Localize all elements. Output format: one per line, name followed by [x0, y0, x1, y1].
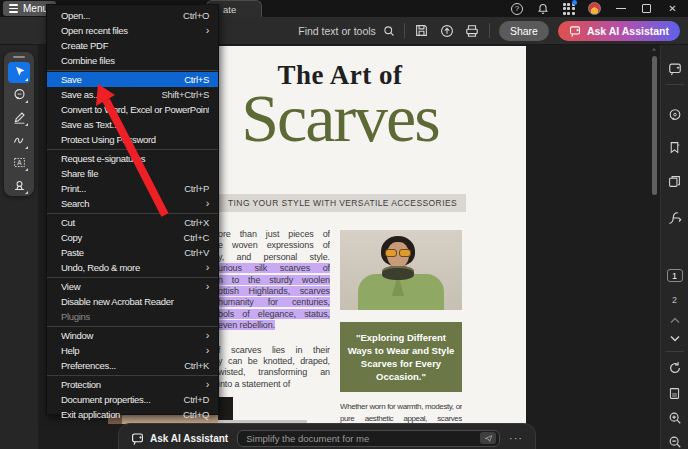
menu-item[interactable]: SaveCtrl+S — [47, 72, 218, 87]
menu-item[interactable]: Protect Using Password — [47, 132, 218, 147]
menu-item[interactable]: Preferences...Ctrl+K — [47, 358, 218, 373]
palette-drag-handle[interactable] — [13, 56, 25, 58]
menu-shortcut: Ctrl+Q — [183, 409, 209, 420]
current-page-indicator[interactable]: 1 — [667, 269, 683, 282]
menu-item[interactable]: Undo, Redo & more› — [47, 260, 218, 275]
draw-squiggle-icon — [13, 134, 26, 147]
menu-item[interactable]: Document properties...Ctrl+D — [47, 392, 218, 407]
window-minimize-button[interactable] — [614, 2, 627, 15]
menu-item[interactable]: Search› — [47, 196, 218, 211]
pencil-icon — [13, 111, 26, 124]
menu-item[interactable]: Create PDF — [47, 38, 218, 53]
ai-prompt-input[interactable] — [246, 433, 476, 444]
menu-item[interactable]: Convert to Word, Excel or PowerPoint — [47, 102, 218, 117]
menu-item[interactable]: Disable new Acrobat Reader — [47, 294, 218, 309]
scrollbar-thumb[interactable] — [652, 56, 657, 195]
menu-separator — [47, 149, 218, 150]
submenu-arrow-icon: › — [206, 262, 209, 273]
select-arrow-icon — [13, 66, 25, 78]
menu-item[interactable]: CopyCtrl+C — [47, 230, 218, 245]
menu-item[interactable]: Protection› — [47, 377, 218, 392]
send-prompt-button[interactable] — [480, 432, 496, 444]
menu-shortcut: Ctrl+C — [184, 232, 209, 243]
print-icon[interactable] — [464, 23, 480, 39]
menu-item[interactable]: Open recent files› — [47, 23, 218, 38]
highlight-tool-button[interactable] — [8, 107, 30, 128]
menu-item[interactable]: Exit applicationCtrl+Q — [47, 407, 218, 422]
scrollbar-up-arrow[interactable]: ^ — [649, 47, 659, 55]
menu-item[interactable]: Print...Ctrl+P — [47, 181, 218, 196]
save-icon[interactable] — [414, 23, 430, 39]
page-display-icon[interactable] — [667, 387, 683, 401]
doc-closing-line: Whether worn for warmth, modesty, or — [340, 401, 462, 413]
toolbar-separator — [489, 23, 490, 38]
menu-item[interactable]: Share file — [47, 166, 218, 181]
help-icon[interactable]: ? — [511, 3, 523, 15]
photo-sunglasses — [385, 249, 411, 257]
menu-item[interactable]: CutCtrl+X — [47, 215, 218, 230]
ai-assistant-bar: Ask AI Assistant ··· — [118, 423, 536, 449]
menu-item[interactable]: Save as...Shift+Ctrl+S — [47, 87, 218, 102]
doc-text-line: even rebellion. — [218, 320, 330, 331]
next-page-number[interactable]: 2 — [672, 295, 677, 305]
select-tool-button[interactable] — [8, 62, 30, 83]
previous-page-chevron-icon[interactable] — [668, 316, 682, 325]
app-grid-icon[interactable] — [562, 2, 575, 15]
window-maximize-button[interactable] — [640, 2, 653, 15]
ai-bar-more-button[interactable]: ··· — [509, 432, 523, 444]
document-tab-label: ate — [223, 4, 236, 15]
doc-text-line: bols of elegance, status, — [218, 309, 330, 320]
share-button[interactable]: Share — [499, 21, 549, 41]
menu-item[interactable]: Open...Ctrl+O — [47, 8, 218, 23]
ai-bar-label-group[interactable]: Ask AI Assistant — [131, 432, 228, 445]
menu-item[interactable]: Window› — [47, 328, 218, 343]
upload-share-screen-icon[interactable] — [439, 23, 455, 39]
next-page-chevron-icon[interactable] — [668, 334, 682, 343]
ask-ai-assistant-button[interactable]: Ask AI Assistant — [558, 21, 680, 41]
doc-text-line: into a statement of — [218, 379, 330, 390]
rail-separator — [666, 84, 684, 85]
quick-tools-palette: A — [4, 52, 34, 196]
photo-scarf — [382, 266, 414, 280]
draw-tool-button[interactable] — [8, 130, 30, 151]
doc-title-line2: Scarves — [170, 87, 510, 150]
bookmarks-panel-icon[interactable] — [667, 140, 683, 154]
menu-shortcut: Ctrl+X — [184, 217, 209, 228]
page-thumbnails-panel-icon[interactable] — [667, 174, 683, 188]
text-box-tool-button[interactable]: A — [8, 153, 30, 174]
doc-text-line: y can be knotted, draped, — [218, 356, 330, 367]
submenu-arrow-icon: › — [206, 198, 209, 209]
signatures-panel-icon[interactable] — [667, 211, 683, 225]
menu-separator — [47, 70, 218, 71]
doc-text-line: wisted, transforming an — [218, 367, 330, 378]
menu-item[interactable]: Request e-signatures — [47, 151, 218, 166]
submenu-arrow-icon: › — [206, 345, 209, 356]
search-icon — [383, 25, 395, 37]
ai-bar-label: Ask AI Assistant — [150, 433, 228, 444]
doc-paragraph-2: f scarves lies in theiry can be knotted,… — [218, 345, 330, 391]
stamp-tool-button[interactable] — [8, 175, 30, 196]
menu-item[interactable]: View› — [47, 279, 218, 294]
comments-panel-icon[interactable] — [667, 107, 683, 121]
doc-closing-paragraph: Whether worn for warmth, modesty, orpure… — [340, 401, 462, 424]
zoom-in-icon[interactable] — [667, 411, 683, 425]
menu-item[interactable]: Combine files — [47, 53, 218, 68]
submenu-arrow-icon: › — [206, 330, 209, 341]
menu-shortcut: Ctrl+K — [184, 360, 209, 371]
ai-assistant-panel-icon[interactable] — [667, 62, 683, 76]
comment-tool-button[interactable] — [8, 85, 30, 106]
zoom-out-icon[interactable] — [667, 435, 683, 449]
ai-input-container — [237, 430, 500, 447]
user-avatar[interactable] — [588, 2, 601, 15]
svg-text:A: A — [17, 159, 22, 166]
menu-item[interactable]: Save as Text... — [47, 117, 218, 132]
vertical-scrollbar[interactable] — [652, 56, 657, 444]
doc-text-line: f scarves lies in their — [218, 345, 330, 356]
find-text-or-tools[interactable]: Find text or tools — [298, 25, 395, 37]
menu-item[interactable]: Help› — [47, 343, 218, 358]
ai-chat-icon — [131, 432, 144, 445]
rotate-page-icon[interactable] — [667, 361, 683, 375]
menu-item[interactable]: PasteCtrl+V — [47, 245, 218, 260]
notifications-bell-icon[interactable] — [536, 2, 549, 15]
window-close-button[interactable]: ✕ — [666, 2, 679, 15]
